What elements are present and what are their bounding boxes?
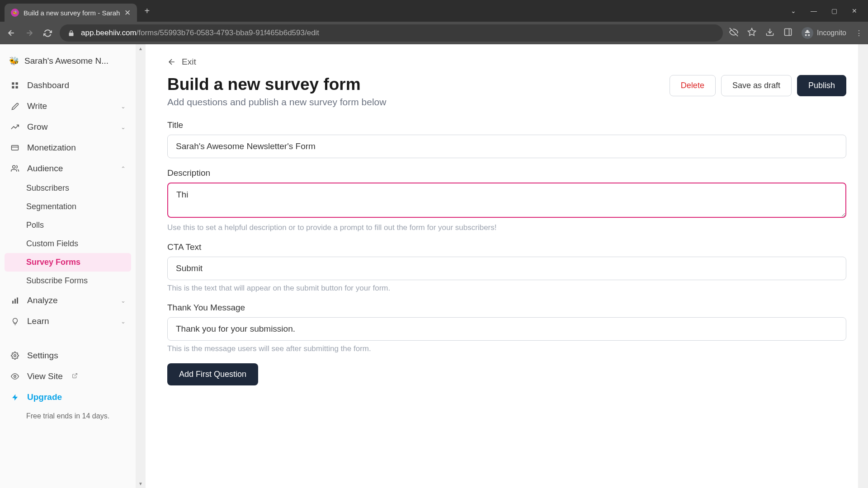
page-title: Build a new survey form xyxy=(167,75,386,94)
svg-rect-6 xyxy=(16,86,18,89)
sidebar-item-monetization[interactable]: Monetization xyxy=(0,137,136,158)
sidebar-item-write[interactable]: Write ⌄ xyxy=(0,96,136,117)
sidebar-sub-custom-fields[interactable]: Custom Fields xyxy=(0,235,136,253)
gear-icon xyxy=(10,352,20,360)
svg-rect-5 xyxy=(12,86,14,89)
maximize-icon[interactable]: ▢ xyxy=(831,7,837,14)
browser-tab[interactable]: 🐝 Build a new survey form - Sarah ✕ xyxy=(5,4,137,22)
trend-icon xyxy=(10,123,20,131)
download-icon[interactable] xyxy=(765,28,774,38)
svg-marker-0 xyxy=(748,28,756,36)
eye-icon xyxy=(10,372,20,380)
sidebar-item-grow[interactable]: Grow ⌄ xyxy=(0,117,136,137)
incognito-icon xyxy=(802,27,813,39)
url-domain: app.beehiiv.com xyxy=(81,28,137,37)
cta-label: CTA Text xyxy=(167,242,846,252)
main-content: Exit Build a new survey form Add questio… xyxy=(146,44,868,488)
chevron-down-icon: ⌄ xyxy=(121,297,126,304)
save-draft-button[interactable]: Save as draft xyxy=(721,75,792,96)
users-icon xyxy=(10,164,20,173)
new-tab-button[interactable]: + xyxy=(144,6,150,16)
sidebar-sub-polls[interactable]: Polls xyxy=(0,216,136,235)
trial-notice: Free trial ends in 14 days. xyxy=(0,408,136,425)
sidebar-item-settings[interactable]: Settings xyxy=(0,345,136,366)
chevron-down-icon: ⌄ xyxy=(121,124,126,131)
app-root: 🐝 Sarah's Awesome N... Dashboard Write ⌄… xyxy=(0,44,868,488)
card-icon xyxy=(10,144,20,152)
thankyou-input[interactable] xyxy=(167,317,846,341)
sidebar-item-view-site[interactable]: View Site xyxy=(0,366,136,387)
bulb-icon xyxy=(10,318,20,325)
address-bar: app.beehiiv.com/forms/55993b76-0583-4793… xyxy=(0,22,868,44)
cta-input[interactable] xyxy=(167,257,846,280)
svg-rect-4 xyxy=(16,82,18,84)
sidebar-sub-subscribers[interactable]: Subscribers xyxy=(0,179,136,197)
page-header: Build a new survey form Add questions an… xyxy=(167,75,846,108)
description-label: Description xyxy=(167,168,846,178)
exit-button[interactable]: Exit xyxy=(167,57,846,67)
svg-point-13 xyxy=(14,355,16,357)
svg-point-9 xyxy=(13,165,15,168)
lock-icon xyxy=(68,30,75,37)
thankyou-label: Thank You Message xyxy=(167,303,846,313)
workspace-icon: 🐝 xyxy=(9,56,19,66)
thankyou-help: This is the message users will see after… xyxy=(167,344,846,353)
sidebar-item-upgrade[interactable]: Upgrade xyxy=(0,387,136,408)
star-icon[interactable] xyxy=(747,28,756,38)
incognito-badge[interactable]: Incognito xyxy=(802,27,846,39)
svg-rect-11 xyxy=(14,299,16,304)
chevron-down-icon[interactable]: ⌄ xyxy=(791,7,796,14)
sidebar-sub-survey-forms[interactable]: Survey Forms xyxy=(5,253,131,272)
arrow-left-icon xyxy=(167,57,176,66)
menu-icon[interactable]: ⋮ xyxy=(855,29,863,38)
add-first-question-button[interactable]: Add First Question xyxy=(167,363,258,385)
window-controls: ⌄ ― ▢ ✕ xyxy=(791,7,868,14)
description-help: Use this to set a helpful description or… xyxy=(167,223,846,232)
workspace-selector[interactable]: 🐝 Sarah's Awesome N... xyxy=(0,52,136,75)
svg-rect-1 xyxy=(785,29,792,36)
description-textarea[interactable] xyxy=(167,183,846,218)
sidebar: 🐝 Sarah's Awesome N... Dashboard Write ⌄… xyxy=(0,44,136,488)
back-button[interactable] xyxy=(5,28,17,38)
sidebar-item-audience[interactable]: Audience ⌃ xyxy=(0,158,136,179)
tab-bar: 🐝 Build a new survey form - Sarah ✕ + ⌄ … xyxy=(0,0,868,22)
sidebar-item-analyze[interactable]: Analyze ⌄ xyxy=(0,290,136,311)
svg-point-14 xyxy=(14,375,16,378)
title-input[interactable] xyxy=(167,135,846,158)
chevron-up-icon: ⌃ xyxy=(121,165,126,172)
minimize-icon[interactable]: ― xyxy=(811,7,817,14)
url-input[interactable]: app.beehiiv.com/forms/55993b76-0583-4793… xyxy=(60,24,723,42)
eye-off-icon[interactable] xyxy=(729,28,738,38)
forward-button[interactable] xyxy=(24,28,35,38)
sidebar-sub-segmentation[interactable]: Segmentation xyxy=(0,197,136,216)
chevron-down-icon: ⌄ xyxy=(121,103,126,110)
svg-rect-7 xyxy=(12,145,19,150)
tab-title: Build a new survey form - Sarah xyxy=(24,9,120,17)
sidebar-sub-subscribe-forms[interactable]: Subscribe Forms xyxy=(0,272,136,290)
browser-chrome: 🐝 Build a new survey form - Sarah ✕ + ⌄ … xyxy=(0,0,868,44)
title-label: Title xyxy=(167,120,846,130)
close-icon[interactable]: ✕ xyxy=(124,8,131,18)
sidebar-scrollbar[interactable]: ▲▼ xyxy=(136,44,146,488)
chart-icon xyxy=(10,297,20,305)
svg-rect-12 xyxy=(17,297,18,303)
url-path: /forms/55993b76-0583-4793-bba9-91f465b6d… xyxy=(137,28,320,37)
panel-icon[interactable] xyxy=(783,28,793,38)
page-subtitle: Add questions and publish a new survey f… xyxy=(167,97,386,108)
main-scrollbar[interactable] xyxy=(858,44,868,488)
cta-help: This is the text that will appear on the… xyxy=(167,284,846,293)
bolt-icon xyxy=(10,394,20,401)
pencil-icon xyxy=(10,103,20,110)
reload-button[interactable] xyxy=(42,29,53,38)
svg-rect-10 xyxy=(12,300,14,303)
toolbar-icons: Incognito ⋮ xyxy=(729,27,863,39)
publish-button[interactable]: Publish xyxy=(797,75,846,96)
svg-rect-3 xyxy=(12,82,14,84)
dashboard-icon xyxy=(10,81,20,89)
tab-favicon-icon: 🐝 xyxy=(11,9,19,17)
sidebar-item-dashboard[interactable]: Dashboard xyxy=(0,75,136,96)
sidebar-item-learn[interactable]: Learn ⌄ xyxy=(0,311,136,332)
chevron-down-icon: ⌄ xyxy=(121,318,126,325)
delete-button[interactable]: Delete xyxy=(670,75,716,96)
close-window-icon[interactable]: ✕ xyxy=(852,7,857,14)
